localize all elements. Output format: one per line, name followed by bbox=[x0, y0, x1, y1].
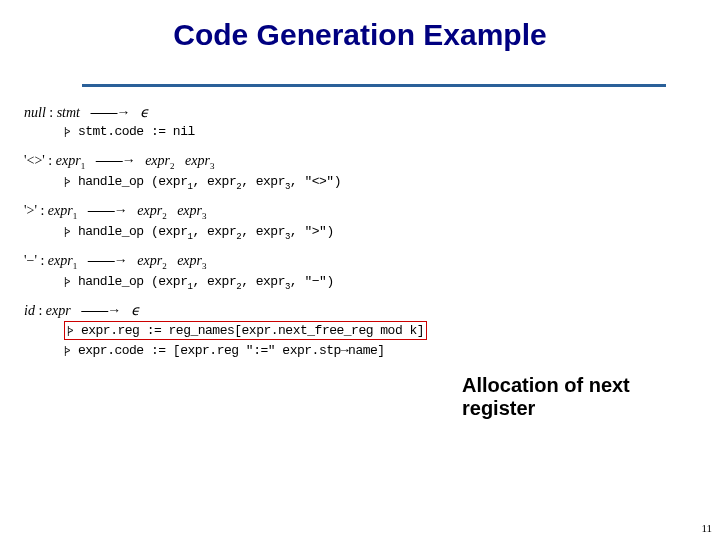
sub: 2 bbox=[170, 161, 175, 171]
triangle-icon: |> bbox=[64, 126, 68, 138]
semantic-action: |> stmt.code := nil bbox=[64, 123, 444, 140]
rule-lhs: stmt bbox=[57, 105, 80, 120]
rhs-sym: expr bbox=[145, 153, 170, 168]
arrow-icon: ——→ bbox=[81, 302, 120, 318]
sub: 3 bbox=[285, 182, 290, 192]
lit: "<>" bbox=[304, 174, 333, 189]
arg: expr bbox=[158, 224, 187, 239]
arg: expr bbox=[207, 224, 236, 239]
spacer bbox=[138, 153, 142, 168]
sub: 2 bbox=[236, 282, 241, 292]
sub: 3 bbox=[202, 261, 207, 271]
epsilon-icon: ϵ bbox=[140, 105, 149, 120]
spacer bbox=[130, 203, 134, 218]
fn: handle_op bbox=[78, 274, 144, 289]
sub: 2 bbox=[162, 261, 167, 271]
callout-text: Allocation of next register bbox=[462, 374, 692, 420]
spacer bbox=[24, 142, 444, 152]
arg: expr bbox=[207, 274, 236, 289]
spacer bbox=[24, 294, 444, 302]
rule-label: '>' bbox=[24, 203, 37, 218]
spacer bbox=[89, 153, 93, 168]
rule-head: '−' : expr1 ——→ expr2 expr3 bbox=[24, 252, 444, 271]
arrow-icon: ——→ bbox=[88, 202, 127, 218]
action-code: expr.code := [expr.reg ":=" expr.stp→nam… bbox=[78, 343, 385, 358]
rule-label: '<>' bbox=[24, 153, 45, 168]
rule-lhs: expr bbox=[46, 303, 71, 318]
spacer bbox=[74, 303, 78, 318]
lit: ">" bbox=[304, 224, 326, 239]
rhs-sym: expr bbox=[137, 203, 162, 218]
sub: 3 bbox=[285, 282, 290, 292]
arg: expr bbox=[207, 174, 236, 189]
semantic-action: |> handle_op (expr1, expr2, expr3, "<>") bbox=[64, 173, 444, 192]
sub: 1 bbox=[81, 161, 86, 171]
spacer bbox=[170, 203, 174, 218]
colon: : bbox=[40, 203, 47, 218]
sub: 1 bbox=[187, 182, 192, 192]
rule-id: id : expr ——→ ϵ |> expr.reg := reg_names… bbox=[24, 302, 444, 359]
rule-ne: '<>' : expr1 ——→ expr2 expr3 |> handle_o… bbox=[24, 152, 444, 192]
fn: handle_op bbox=[78, 174, 144, 189]
semantic-action: |> handle_op (expr1, expr2, expr3, ">") bbox=[64, 223, 444, 242]
rule-head: id : expr ——→ ϵ bbox=[24, 302, 444, 319]
grammar-rules: null : stmt ——→ ϵ |> stmt.code := nil '<… bbox=[24, 104, 444, 361]
highlight-box: |> expr.reg := reg_names[expr.next_free_… bbox=[64, 321, 427, 340]
rule-gt: '>' : expr1 ——→ expr2 expr3 |> handle_op… bbox=[24, 202, 444, 242]
arrow-icon: ——→ bbox=[96, 152, 135, 168]
sub: 3 bbox=[285, 232, 290, 242]
arg: expr bbox=[158, 174, 187, 189]
action-code: expr.reg := reg_names[expr.next_free_reg… bbox=[81, 323, 424, 338]
arg: expr bbox=[256, 174, 285, 189]
rule-null: null : stmt ——→ ϵ |> stmt.code := nil bbox=[24, 104, 444, 140]
rule-lhs: expr bbox=[48, 203, 73, 218]
semantic-action: |> expr.code := [expr.reg ":=" expr.stp→… bbox=[64, 342, 444, 359]
spacer bbox=[84, 105, 88, 120]
sub: 1 bbox=[187, 282, 192, 292]
triangle-icon: |> bbox=[64, 176, 68, 188]
colon: : bbox=[38, 303, 45, 318]
arg: expr bbox=[158, 274, 187, 289]
arrow-icon: ——→ bbox=[88, 252, 127, 268]
slide: Code Generation Example null : stmt ——→ … bbox=[0, 0, 720, 540]
rhs-sym: expr bbox=[177, 203, 202, 218]
spacer bbox=[81, 253, 85, 268]
rule-label: null bbox=[24, 105, 46, 120]
sub: 1 bbox=[187, 232, 192, 242]
sub: 3 bbox=[210, 161, 215, 171]
action-code: stmt.code := nil bbox=[78, 124, 195, 139]
semantic-action: |> handle_op (expr1, expr2, expr3, "−") bbox=[64, 273, 444, 292]
epsilon-icon: ϵ bbox=[131, 303, 140, 318]
action-code: handle_op (expr1, expr2, expr3, "−") bbox=[78, 274, 334, 289]
arrow-icon: ——→ bbox=[91, 104, 130, 120]
sub: 1 bbox=[73, 261, 78, 271]
action-code: handle_op (expr1, expr2, expr3, ">") bbox=[78, 224, 334, 239]
rule-minus: '−' : expr1 ——→ expr2 expr3 |> handle_op… bbox=[24, 252, 444, 292]
colon: : bbox=[40, 253, 47, 268]
sub: 1 bbox=[73, 211, 78, 221]
sub: 3 bbox=[202, 211, 207, 221]
fn: handle_op bbox=[78, 224, 144, 239]
rhs-sym: expr bbox=[177, 253, 202, 268]
sub: 2 bbox=[236, 232, 241, 242]
rule-label: id bbox=[24, 303, 35, 318]
rule-head: '>' : expr1 ——→ expr2 expr3 bbox=[24, 202, 444, 221]
slide-title: Code Generation Example bbox=[0, 18, 720, 52]
spacer bbox=[130, 253, 134, 268]
rhs-sym: expr bbox=[185, 153, 210, 168]
triangle-icon: |> bbox=[64, 276, 68, 288]
action-code: handle_op (expr1, expr2, expr3, "<>") bbox=[78, 174, 341, 189]
page-number: 11 bbox=[701, 522, 712, 534]
spacer bbox=[24, 194, 444, 202]
title-underline bbox=[82, 84, 666, 87]
arg: expr bbox=[256, 224, 285, 239]
colon: : bbox=[48, 153, 55, 168]
rhs-sym: expr bbox=[137, 253, 162, 268]
spacer bbox=[24, 244, 444, 252]
sub: 2 bbox=[236, 182, 241, 192]
rule-lhs: expr bbox=[56, 153, 81, 168]
arg: expr bbox=[256, 274, 285, 289]
triangle-icon: |> bbox=[67, 325, 71, 337]
spacer bbox=[81, 203, 85, 218]
colon: : bbox=[49, 105, 56, 120]
